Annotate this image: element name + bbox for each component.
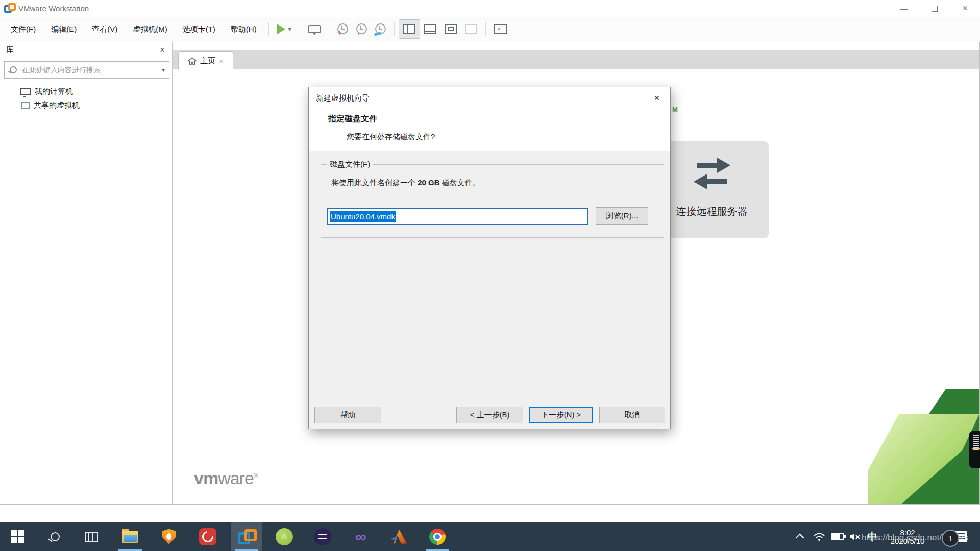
show-library-button[interactable] <box>399 19 420 39</box>
thumbnail-bar-icon <box>424 24 436 34</box>
console-view-button[interactable]: >_ <box>490 20 511 38</box>
title-bar: VMware Workstation — × <box>0 0 980 17</box>
tab-home[interactable]: 主页 × <box>178 51 233 70</box>
search-input[interactable] <box>21 65 162 74</box>
window-title: VMware Workstation <box>18 0 89 17</box>
restore-icon <box>932 6 938 12</box>
sidebar-item-my-computer[interactable]: 我的计算机 <box>0 85 172 98</box>
file-explorer-button[interactable] <box>114 522 146 551</box>
vmware-brand-logo: vmware® <box>194 468 258 488</box>
snapshot-manager-icon <box>375 23 386 34</box>
menu-tabs[interactable]: 选项卡(T) <box>175 17 223 41</box>
menu-view[interactable]: 查看(V) <box>84 17 125 41</box>
vmware-workstation-window: VMware Workstation — × 文件(F) 编辑(E) 查看(V)… <box>0 0 980 551</box>
windows-start-icon <box>11 530 24 543</box>
connect-remote-server-tile[interactable]: 连接远程服务器 <box>655 141 769 238</box>
next-button[interactable]: 下一步(N) > <box>529 407 593 423</box>
disk-size-description: 将使用此文件名创建一个 20 GB 磁盘文件。 <box>331 178 480 188</box>
search-icon <box>10 66 17 73</box>
toolbar-separator <box>485 22 486 36</box>
dialog-header: 指定磁盘文件 您要在何处存储磁盘文件? <box>309 109 670 151</box>
computer-icon <box>20 88 31 95</box>
eclipse-button[interactable] <box>307 522 338 551</box>
menu-edit[interactable]: 编辑(E) <box>43 17 84 41</box>
toolbar-separator <box>394 22 395 36</box>
help-button[interactable]: 帮助 <box>314 407 381 423</box>
network-tray-button[interactable] <box>811 522 828 551</box>
security-app-button[interactable] <box>153 522 185 551</box>
unity-icon <box>465 24 477 34</box>
content-bottom-border <box>0 504 980 505</box>
disk-filename-input[interactable]: Ubuntu20.04.vmdk <box>327 208 588 225</box>
wifi-icon <box>813 532 825 541</box>
search-dropdown-icon[interactable]: ▾ <box>162 66 165 73</box>
play-icon <box>277 24 285 34</box>
android-studio-icon: A <box>276 528 293 545</box>
library-panel-icon <box>403 24 415 34</box>
library-close-button[interactable]: × <box>156 44 168 56</box>
task-view-button[interactable] <box>76 522 107 551</box>
toolbar-separator <box>300 22 300 36</box>
taskbar-search-button[interactable] <box>39 522 71 551</box>
new-vm-wizard-dialog: 新建虚拟机向导 × 指定磁盘文件 您要在何处存储磁盘文件? 磁盘文件(F) 将使… <box>308 87 671 429</box>
volume-tray-button[interactable] <box>846 522 864 551</box>
sidebar-item-shared-vms[interactable]: 共享的虚拟机 <box>0 98 172 112</box>
back-button[interactable]: < 上一步(B) <box>456 407 523 423</box>
dialog-title-bar[interactable]: 新建虚拟机向导 <box>309 87 670 109</box>
toolbar-separator <box>329 22 329 36</box>
tab-close-icon[interactable]: × <box>219 57 224 65</box>
caret-down-icon[interactable]: ▾ <box>288 26 291 33</box>
vmware-taskbar-button[interactable] <box>231 522 262 551</box>
show-hidden-icons-button[interactable] <box>792 522 807 551</box>
browse-button[interactable]: 浏览(R)... <box>596 207 648 225</box>
wrench-icon <box>374 32 381 36</box>
battery-icon <box>831 533 844 540</box>
minimize-button[interactable]: — <box>889 0 919 17</box>
power-on-button[interactable]: ▾ <box>273 20 296 38</box>
watermark-badge: 1 <box>942 530 959 547</box>
matlab-button[interactable] <box>383 522 414 551</box>
visual-studio-icon: ∞ <box>355 529 366 544</box>
chrome-button[interactable] <box>422 522 453 551</box>
fullscreen-button[interactable] <box>440 20 461 38</box>
security-shield-icon <box>162 529 176 544</box>
volume-osd-widget <box>969 431 980 468</box>
netease-music-button[interactable] <box>192 522 224 551</box>
search-icon <box>51 532 60 541</box>
visual-studio-button[interactable]: ∞ <box>345 522 377 551</box>
start-button[interactable] <box>2 522 33 551</box>
dialog-heading: 指定磁盘文件 <box>328 114 377 124</box>
volume-muted-icon <box>849 532 861 541</box>
tree-label: 共享的虚拟机 <box>34 101 80 110</box>
take-snapshot-button[interactable]: + <box>333 20 352 38</box>
revert-snapshot-button[interactable]: ← <box>352 20 371 38</box>
library-panel-title: 库 <box>6 45 14 55</box>
groupbox-label: 磁盘文件(F) <box>327 160 373 169</box>
menu-vm[interactable]: 虚拟机(M) <box>125 17 175 41</box>
chrome-icon <box>429 529 446 545</box>
android-studio-button[interactable]: A <box>268 522 300 551</box>
vmware-logo-icon <box>4 3 15 13</box>
dialog-close-button[interactable]: × <box>644 87 670 109</box>
library-search-box[interactable]: ▾ <box>4 61 169 79</box>
selected-filename-text: Ubuntu20.04.vmdk <box>330 211 396 222</box>
unity-mode-button[interactable] <box>461 20 481 38</box>
connect-arrows-icon <box>688 155 737 197</box>
send-ctrl-alt-del-button[interactable] <box>304 20 325 38</box>
send-icon <box>308 25 321 33</box>
battery-tray-button[interactable] <box>829 522 846 551</box>
snapshot-manager-button[interactable] <box>371 20 390 38</box>
green-decoration <box>868 385 979 504</box>
close-button[interactable]: × <box>950 0 980 17</box>
menu-help[interactable]: 帮助(H) <box>223 17 264 41</box>
shared-vms-icon <box>21 102 30 109</box>
show-thumbnail-bar-button[interactable] <box>420 20 440 38</box>
matlab-icon <box>390 530 407 544</box>
file-explorer-icon <box>122 531 138 543</box>
menu-file[interactable]: 文件(F) <box>3 17 43 41</box>
console-icon: >_ <box>494 24 507 34</box>
disk-size-value: 20 GB <box>418 178 439 187</box>
restore-button[interactable] <box>920 0 949 17</box>
cancel-button[interactable]: 取消 <box>599 407 665 423</box>
dialog-title: 新建虚拟机向导 <box>316 93 370 103</box>
